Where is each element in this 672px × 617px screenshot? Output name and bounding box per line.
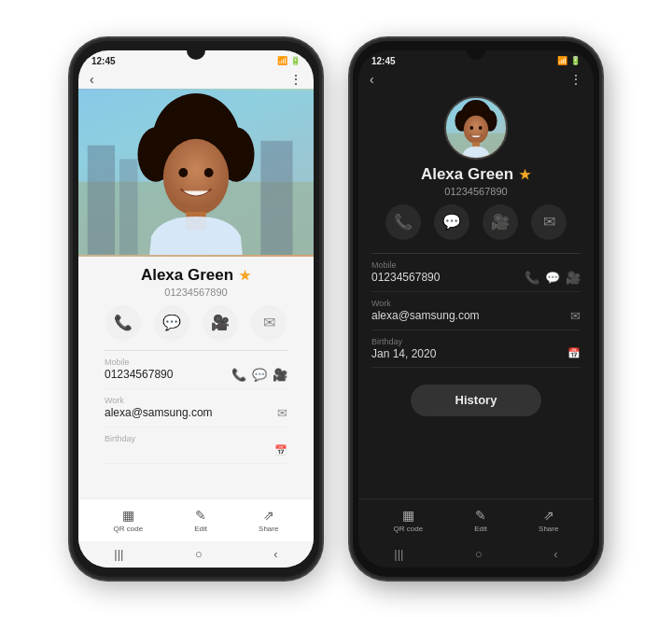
more-icon-dark[interactable]: ⋮ [569,72,582,87]
action-buttons-light: 📞 💬 🎥 ✉ [91,305,301,341]
status-icons-light: 📶 🔋 [277,56,301,65]
photo-placeholder-light [78,89,314,257]
action-buttons-dark: 📞 💬 🎥 ✉ [358,204,594,240]
qr-icon-light: ▦ [122,508,134,523]
nav-bar-dark: ||| ○ ‹ [358,541,594,568]
edit-label-light: Edit [194,525,207,533]
mobile-label-light: Mobile [105,358,287,367]
more-icon-light[interactable]: ⋮ [289,72,302,87]
phone-light: 12:45 📶 🔋 ‹ ⋮ [70,38,322,580]
svg-point-9 [178,168,188,177]
work-field-dark: Work alexa@samsung.com ✉ [371,292,581,330]
birthday-value-row-light: 📅 [105,444,287,456]
history-btn-dark[interactable]: History [411,385,541,416]
back-icon-light[interactable]: ‹ [90,72,94,87]
share-icon-light: ⇗ [263,508,274,523]
nav-bar-light: ||| ○ ‹ [78,541,314,568]
screen-light: 12:45 📶 🔋 ‹ ⋮ [78,50,314,568]
mobile-value-row-dark: 01234567890 📞 💬 🎥 [371,271,581,285]
contact-fields-dark: Mobile 01234567890 📞 💬 🎥 Work alexa@sams… [358,254,594,368]
edit-label-dark: Edit [474,525,487,533]
svg-rect-4 [260,140,292,254]
svg-point-19 [469,126,473,130]
birthday-cal-icon-dark[interactable]: 📅 [567,347,581,359]
share-label-light: Share [259,525,278,533]
contact-name-row-dark: Alexa Green ★ [358,165,594,184]
mobile-value-light: 01234567890 [105,368,173,381]
svg-rect-3 [119,159,138,255]
edit-nav-dark[interactable]: ✎ Edit [474,508,487,533]
work-value-dark: alexa@samsung.com [371,309,480,322]
mobile-label-dark: Mobile [371,260,581,270]
work-email-icon-light[interactable]: ✉ [277,406,287,420]
work-actions-light: ✉ [277,406,287,420]
mobile-actions-light: 📞 💬 🎥 [231,368,287,382]
person-svg-light [78,89,314,257]
mobile-field-dark: Mobile 01234567890 📞 💬 🎥 [371,254,581,292]
qr-label-dark: QR code [394,525,424,533]
contact-photo-light [78,89,314,257]
contact-name-dark: Alexa Green [421,165,513,184]
phone-action-btn-light[interactable]: 📞 [105,305,141,341]
time-light: 12:45 [91,56,116,66]
birthday-label-light: Birthday [105,434,287,443]
svg-point-20 [479,126,483,130]
status-icons-dark: 📶 🔋 [557,56,581,65]
mobile-phone-icon-dark[interactable]: 📞 [525,271,539,285]
video-action-btn-light[interactable]: 🎥 [203,305,238,341]
avatar-svg-dark [446,96,506,160]
message-action-btn-light[interactable]: 💬 [154,305,189,341]
share-nav-dark[interactable]: ⇗ Share [539,508,558,533]
message-action-btn-dark[interactable]: 💬 [434,204,469,240]
qr-nav-dark[interactable]: ▦ QR code [394,508,424,533]
top-bar-dark: ‹ ⋮ [358,68,594,89]
share-label-dark: Share [539,525,558,533]
svg-rect-2 [88,145,115,254]
svg-point-18 [464,115,488,143]
home-circle-icon-dark[interactable]: ○ [475,547,483,561]
work-email-icon-dark[interactable]: ✉ [570,309,581,323]
contact-name-light: Alexa Green [141,266,233,285]
work-value-row-dark: alexa@samsung.com ✉ [371,309,581,323]
work-actions-dark: ✉ [570,309,581,323]
history-section-dark: History [358,368,594,433]
back-chevron-icon-light[interactable]: ‹ [273,547,277,561]
phone-action-btn-dark[interactable]: 📞 [385,204,421,240]
star-icon-dark[interactable]: ★ [519,167,531,182]
phone-dark: 12:45 📶 🔋 ‹ ⋮ [350,38,602,580]
avatar-circle-dark [444,96,508,160]
mobile-phone-icon-light[interactable]: 📞 [231,368,246,382]
contact-number-light: 01234567890 [91,287,301,298]
back-icon-dark[interactable]: ‹ [370,72,374,87]
home-bars-icon-dark[interactable]: ||| [394,547,403,561]
work-label-dark: Work [371,299,581,308]
mobile-value-dark: 01234567890 [371,271,440,284]
mobile-msg-icon-light[interactable]: 💬 [252,368,267,382]
edit-icon-light: ✎ [195,508,206,523]
top-bar-light: ‹ ⋮ [78,68,314,89]
avatar-section-dark: Alexa Green ★ 01234567890 📞 💬 🎥 ✉ [358,89,594,253]
video-action-btn-dark[interactable]: 🎥 [483,204,518,240]
share-nav-light[interactable]: ⇗ Share [259,508,278,533]
email-action-btn-light[interactable]: ✉ [251,305,287,341]
bottom-nav-light: ▦ QR code ✎ Edit ⇗ Share [78,498,314,541]
birthday-value-row-dark: Jan 14, 2020 📅 [371,347,581,360]
time-dark: 12:45 [371,56,396,66]
mobile-vid-icon-dark[interactable]: 🎥 [566,271,581,285]
mobile-vid-icon-light[interactable]: 🎥 [273,368,287,382]
home-bars-icon-light[interactable]: ||| [114,547,123,561]
mobile-msg-icon-dark[interactable]: 💬 [545,271,560,285]
back-chevron-icon-dark[interactable]: ‹ [553,547,557,561]
qr-nav-light[interactable]: ▦ QR code [114,508,144,533]
contact-number-dark: 01234567890 [358,186,594,197]
edit-nav-light[interactable]: ✎ Edit [194,508,207,533]
work-value-light: alexa@samsung.com [105,406,213,419]
share-icon-dark: ⇗ [543,508,554,523]
qr-label-light: QR code [114,525,144,533]
email-action-btn-dark[interactable]: ✉ [531,204,567,240]
contact-info-light: Alexa Green ★ 01234567890 📞 💬 🎥 ✉ Mobile… [78,257,314,470]
qr-icon-dark: ▦ [402,508,414,523]
birthday-cal-icon-light[interactable]: 📅 [274,444,287,456]
star-icon-light[interactable]: ★ [239,268,251,283]
home-circle-icon-light[interactable]: ○ [195,547,203,561]
